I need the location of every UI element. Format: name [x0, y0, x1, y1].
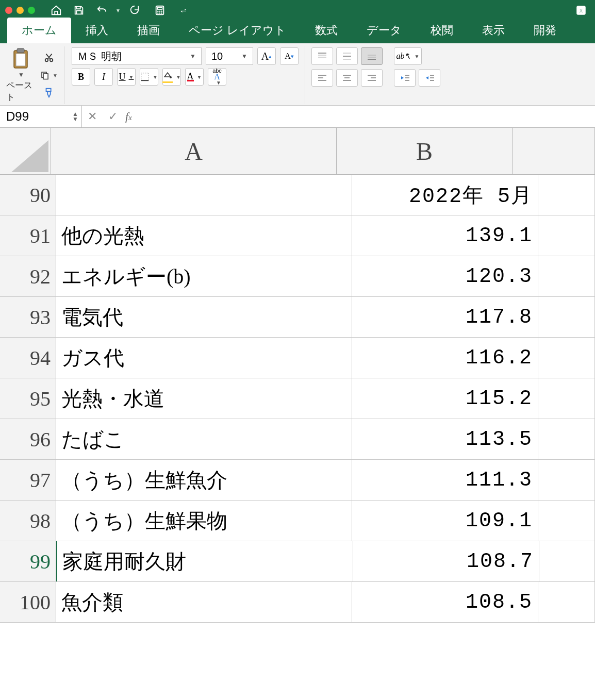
fill-color-button[interactable] — [162, 68, 181, 86]
cell-label[interactable]: 他の光熱 — [56, 215, 352, 256]
row-header[interactable]: 94 — [0, 338, 56, 378]
tab-draw[interactable]: 描画 — [123, 18, 174, 43]
cell-label[interactable] — [56, 175, 352, 215]
zoom-window-button[interactable] — [28, 7, 35, 14]
row-header[interactable]: 98 — [0, 501, 56, 541]
cell-empty[interactable] — [538, 419, 595, 459]
formula-bar: D99 ▲▼ ✕ ✓ fx — [0, 106, 595, 128]
increase-font-button[interactable]: A▴ — [257, 47, 276, 65]
cell-label[interactable]: ガス代 — [56, 338, 352, 378]
cell-value[interactable]: 111.3 — [352, 460, 538, 500]
decrease-indent-button[interactable] — [394, 69, 416, 87]
row-header[interactable]: 92 — [0, 256, 56, 296]
font-size-select[interactable]: 10 ▼ — [206, 47, 253, 65]
align-top-button[interactable] — [311, 47, 333, 65]
cell-value[interactable]: 139.1 — [352, 215, 538, 256]
tab-pagelayout[interactable]: ページ レイアウト — [174, 18, 301, 43]
cell-empty[interactable] — [538, 175, 595, 215]
customize-qat-icon[interactable]: ⇌ — [176, 3, 191, 18]
increase-indent-button[interactable] — [419, 69, 440, 87]
tab-data[interactable]: データ — [352, 18, 416, 43]
column-header-b[interactable]: B — [337, 128, 513, 174]
name-box[interactable]: D99 ▲▼ — [0, 106, 82, 127]
cell-empty[interactable] — [538, 256, 595, 296]
cell-empty[interactable] — [538, 378, 595, 419]
cell-value[interactable]: 108.7 — [353, 541, 539, 581]
bold-button[interactable]: B — [72, 68, 90, 86]
cell-empty[interactable] — [538, 460, 595, 500]
format-painter-icon[interactable] — [40, 86, 58, 100]
row-header[interactable]: 91 — [0, 215, 56, 256]
row-header[interactable]: 93 — [0, 297, 56, 337]
select-all-corner[interactable] — [0, 128, 51, 174]
undo-icon[interactable] — [93, 3, 110, 18]
borders-button[interactable] — [140, 68, 158, 86]
cell-value[interactable]: 2022年 5月 — [352, 175, 538, 215]
home-icon[interactable] — [47, 3, 65, 18]
phonetic-button[interactable]: abc A — [208, 68, 226, 86]
column-header-rest[interactable] — [513, 128, 595, 174]
cell-label[interactable]: 魚介類 — [56, 582, 352, 622]
cell-empty[interactable] — [538, 501, 595, 541]
tab-formulas[interactable]: 数式 — [301, 18, 352, 43]
cell-empty[interactable] — [538, 582, 595, 622]
fx-icon[interactable]: fx — [123, 110, 134, 123]
cancel-formula-icon[interactable]: ✕ — [82, 106, 103, 127]
align-middle-button[interactable] — [336, 47, 358, 65]
close-window-button[interactable] — [5, 7, 12, 14]
tab-home[interactable]: ホーム — [7, 18, 71, 43]
row-header[interactable]: 97 — [0, 460, 56, 500]
cell-label[interactable]: 家庭用耐久財 — [56, 541, 353, 581]
cell-empty[interactable] — [539, 541, 595, 581]
formula-input[interactable] — [134, 106, 595, 127]
cell-label[interactable]: エネルギー(b) — [56, 256, 352, 296]
row-header[interactable]: 99 — [0, 541, 56, 581]
tab-review[interactable]: 校閲 — [416, 18, 468, 43]
cell-empty[interactable] — [538, 338, 595, 378]
decrease-font-button[interactable]: A▾ — [280, 47, 299, 65]
font-color-button[interactable]: A — [185, 68, 204, 86]
paste-button[interactable]: ▼ ペースト — [6, 47, 36, 103]
cell-label[interactable]: （うち）生鮮魚介 — [56, 460, 352, 500]
font-name-select[interactable]: ＭＳ 明朝 ▼ — [72, 47, 202, 65]
orientation-button[interactable]: ab↗ — [394, 47, 422, 65]
cell-value[interactable]: 116.2 — [352, 338, 538, 378]
cell-value[interactable]: 115.2 — [352, 378, 538, 419]
row-header[interactable]: 95 — [0, 378, 56, 419]
italic-button[interactable]: I — [94, 68, 113, 86]
tab-insert[interactable]: 挿入 — [71, 18, 123, 43]
cell-empty[interactable] — [538, 297, 595, 337]
undo-dropdown-icon[interactable]: ▼ — [115, 3, 121, 18]
tab-view[interactable]: 表示 — [468, 18, 519, 43]
svg-text:X: X — [579, 8, 583, 14]
calculator-icon[interactable] — [148, 3, 171, 18]
save-icon[interactable] — [70, 3, 88, 18]
row-header[interactable]: 90 — [0, 175, 56, 215]
cell-label[interactable]: 電気代 — [56, 297, 352, 337]
cell-value[interactable]: 108.5 — [352, 582, 538, 622]
column-header-a[interactable]: A — [51, 128, 337, 174]
cell-label[interactable]: 光熱・水道 — [56, 378, 352, 419]
align-bottom-button[interactable] — [361, 47, 383, 65]
cell-label[interactable]: たばこ — [56, 419, 352, 459]
underline-button[interactable]: U — [117, 68, 136, 86]
name-box-stepper[interactable]: ▲▼ — [72, 111, 78, 122]
cell-value[interactable]: 113.5 — [352, 419, 538, 459]
cell-label[interactable]: （うち）生鮮果物 — [56, 501, 352, 541]
align-right-button[interactable] — [361, 69, 383, 87]
cut-icon[interactable] — [40, 51, 58, 65]
row-header[interactable]: 100 — [0, 582, 56, 622]
align-left-button[interactable] — [311, 69, 333, 87]
row-header[interactable]: 96 — [0, 419, 56, 459]
align-center-button[interactable] — [336, 69, 358, 87]
cell-value[interactable]: 117.8 — [352, 297, 538, 337]
cell-empty[interactable] — [538, 215, 595, 256]
enter-formula-icon[interactable]: ✓ — [103, 106, 123, 127]
cell-value[interactable]: 109.1 — [352, 501, 538, 541]
redo-icon[interactable] — [126, 3, 143, 18]
cell-value[interactable]: 120.3 — [352, 256, 538, 296]
minimize-window-button[interactable] — [16, 7, 24, 14]
copy-icon[interactable] — [40, 68, 58, 82]
group-alignment: ab↗ — [311, 46, 447, 104]
tab-developer[interactable]: 開発 — [519, 18, 571, 43]
